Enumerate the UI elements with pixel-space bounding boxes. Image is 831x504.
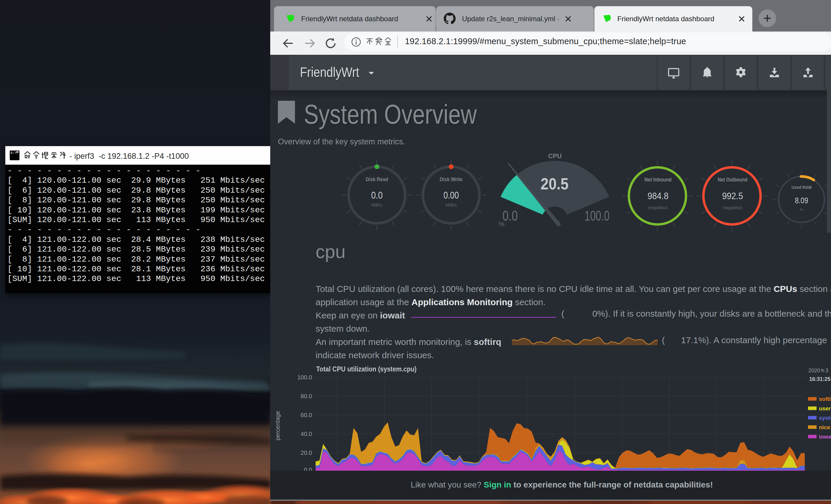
svg-text:iowait: iowait xyxy=(819,434,831,440)
svg-text:softirq: softirq xyxy=(819,396,831,402)
svg-text:nice: nice xyxy=(819,424,830,431)
svg-text:user: user xyxy=(819,405,831,412)
svg-text:20.0: 20.0 xyxy=(300,449,312,456)
svg-text:60.0: 60.0 xyxy=(300,412,312,418)
svg-text:system: system xyxy=(819,415,831,421)
svg-text:percentage: percentage xyxy=(274,411,281,440)
svg-text:40.0: 40.0 xyxy=(300,431,312,437)
svg-text:100.0: 100.0 xyxy=(297,374,312,381)
svg-text:80.0: 80.0 xyxy=(300,393,312,399)
